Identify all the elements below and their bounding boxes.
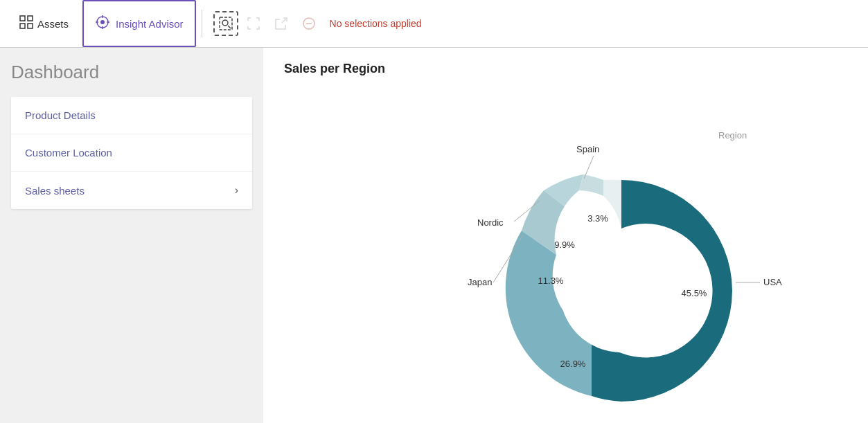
svg-text:9.9%: 9.9% [554,240,575,250]
no-selections-bar: No selections applied [330,18,422,29]
svg-point-16 [560,229,683,352]
svg-text:11.3%: 11.3% [538,276,563,286]
left-panel: Dashboard Product Details Customer Locat… [0,48,263,423]
nav-item-sales-sheets-label: Sales sheets [25,185,85,197]
insight-advisor-tab-label: Insight Advisor [116,18,184,30]
header-divider [202,10,202,37]
search-tool-icon[interactable] [213,11,238,36]
chart-area: Region [284,83,847,415]
svg-text:45.5%: 45.5% [681,288,707,298]
svg-rect-3 [28,24,33,28]
svg-point-5 [100,20,105,24]
toolbar-icons [213,11,321,36]
assets-icon [19,15,33,32]
svg-text:Japan: Japan [468,277,492,287]
svg-line-28 [584,156,594,179]
nav-item-sales-sheets[interactable]: Sales sheets › [11,172,252,209]
region-legend-label: Region [718,130,747,141]
right-content: Sales per Region Region [263,48,868,423]
main-layout: Dashboard Product Details Customer Locat… [0,48,868,423]
donut-chart-svg: Region [462,97,808,415]
clear-selections-icon[interactable] [296,11,321,36]
expand-tool-icon[interactable] [241,11,266,36]
insight-advisor-icon [95,15,110,33]
insight-advisor-tab[interactable]: Insight Advisor [82,0,196,47]
chevron-right-icon: › [235,184,238,197]
svg-point-11 [222,20,228,26]
nav-item-product-details[interactable]: Product Details [11,97,252,134]
chart-title: Sales per Region [284,62,847,76]
svg-text:26.9%: 26.9% [560,359,585,369]
nav-card: Product Details Customer Location Sales … [11,97,252,209]
nav-item-customer-location[interactable]: Customer Location [11,134,252,172]
assets-tab-label: Assets [37,18,69,30]
nav-item-customer-location-label: Customer Location [25,147,112,159]
header: Assets Insight Advisor [0,0,868,48]
nav-item-product-details-label: Product Details [25,109,96,121]
svg-line-13 [282,18,287,23]
svg-text:Spain: Spain [576,144,599,154]
svg-line-12 [228,26,231,28]
svg-rect-2 [20,24,25,28]
svg-rect-1 [28,16,33,21]
no-selections-label: No selections applied [330,18,422,29]
svg-text:Nordic: Nordic [477,217,504,228]
dashboard-title: Dashboard [11,62,252,83]
svg-rect-0 [20,16,25,21]
export-tool-icon[interactable] [269,11,294,36]
assets-tab[interactable]: Assets [8,0,80,47]
svg-text:3.3%: 3.3% [587,213,608,224]
svg-text:USA: USA [763,277,782,287]
